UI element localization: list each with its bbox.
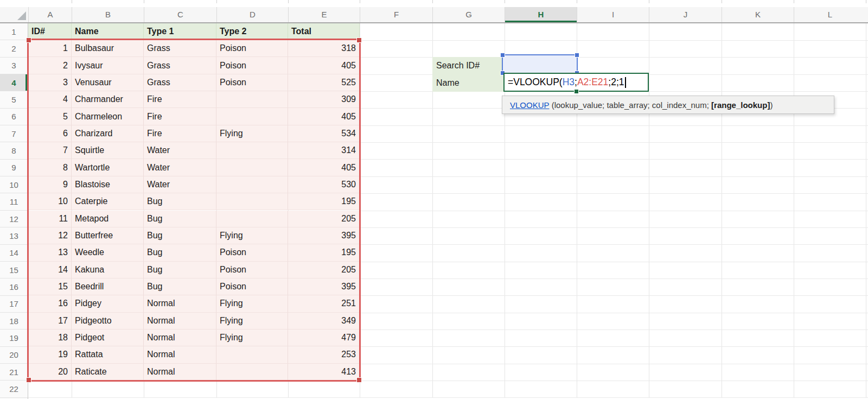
- cell-E6[interactable]: 405: [288, 108, 360, 125]
- cell-B19[interactable]: Pidgeot: [72, 330, 144, 346]
- cell-B14[interactable]: Weedle: [72, 244, 144, 261]
- row-header-4[interactable]: 4: [0, 74, 28, 91]
- cell-B1[interactable]: Name: [72, 23, 144, 40]
- cell-C14[interactable]: Bug: [144, 244, 216, 261]
- row-header-21[interactable]: 21: [0, 364, 28, 381]
- row-header-20[interactable]: 20: [0, 347, 28, 364]
- cell-A18[interactable]: 17: [28, 313, 72, 330]
- cell-A11[interactable]: 10: [28, 193, 72, 210]
- formula-cell-editor[interactable]: =VLOOKUP(H3;A2:E21;2;1: [503, 73, 649, 92]
- cell-B15[interactable]: Kakuna: [72, 262, 144, 278]
- cell-A3[interactable]: 2: [28, 57, 72, 74]
- cell-D2[interactable]: Poison: [216, 40, 288, 57]
- cell-E14[interactable]: 195: [288, 244, 360, 261]
- cell-E16[interactable]: 395: [288, 278, 360, 295]
- cell-D18[interactable]: Flying: [216, 313, 288, 330]
- cell-C10[interactable]: Water: [144, 176, 216, 193]
- row-header-9[interactable]: 9: [0, 160, 28, 176]
- cell-C18[interactable]: Normal: [144, 313, 216, 330]
- cell-A16[interactable]: 15: [28, 278, 72, 295]
- row-header-15[interactable]: 15: [0, 262, 28, 278]
- cell-C21[interactable]: Normal: [144, 364, 216, 381]
- select-all-corner[interactable]: [0, 7, 28, 22]
- cell-E12[interactable]: 205: [288, 211, 360, 227]
- cell-C8[interactable]: Water: [144, 142, 216, 159]
- cell-D6[interactable]: [216, 108, 288, 125]
- cell-D16[interactable]: Poison: [216, 278, 288, 295]
- cell-A21[interactable]: 20: [28, 364, 72, 381]
- column-header-J[interactable]: J: [649, 7, 722, 22]
- column-header-B[interactable]: B: [72, 7, 144, 22]
- cell-E2[interactable]: 318: [288, 40, 360, 57]
- row-header-16[interactable]: 16: [0, 278, 28, 295]
- column-header-A[interactable]: A: [28, 7, 72, 22]
- cell-C7[interactable]: Fire: [144, 125, 216, 142]
- cell-C2[interactable]: Grass: [144, 40, 216, 57]
- cell-D5[interactable]: [216, 91, 288, 108]
- cell-E21[interactable]: 413: [288, 364, 360, 381]
- column-header-D[interactable]: D: [216, 7, 288, 22]
- cell-E17[interactable]: 251: [288, 295, 360, 312]
- cell-D12[interactable]: [216, 211, 288, 227]
- cell-E3[interactable]: 405: [288, 57, 360, 74]
- tooltip-function-link[interactable]: VLOOKUP: [510, 100, 550, 110]
- cell-C20[interactable]: Normal: [144, 346, 216, 363]
- cell-E18[interactable]: 349: [288, 313, 360, 330]
- cell-B20[interactable]: Rattata: [72, 346, 144, 363]
- cell-D14[interactable]: Poison: [216, 244, 288, 261]
- cell-E8[interactable]: 314: [288, 142, 360, 159]
- row-header-11[interactable]: 11: [0, 194, 28, 211]
- cell-E4[interactable]: 525: [288, 74, 360, 91]
- cell-D20[interactable]: [216, 346, 288, 363]
- row-header-2[interactable]: 2: [0, 40, 28, 57]
- cell-A4[interactable]: 3: [28, 74, 72, 91]
- cell-E13[interactable]: 395: [288, 227, 360, 244]
- cell-C19[interactable]: Normal: [144, 330, 216, 346]
- label-search-id[interactable]: Search ID#: [432, 57, 505, 74]
- row-header-7[interactable]: 7: [0, 125, 28, 142]
- cell-A19[interactable]: 18: [28, 330, 72, 346]
- cell-B17[interactable]: Pidgey: [72, 295, 144, 312]
- column-header-E[interactable]: E: [288, 7, 360, 22]
- column-header-F[interactable]: F: [360, 7, 432, 22]
- cell-E1[interactable]: Total: [288, 23, 360, 40]
- row-header-6[interactable]: 6: [0, 109, 28, 125]
- column-header-I[interactable]: I: [577, 7, 649, 22]
- cell-B3[interactable]: Ivysaur: [72, 57, 144, 74]
- cell-D15[interactable]: Poison: [216, 262, 288, 278]
- cell-A2[interactable]: 1: [28, 40, 72, 57]
- cell-E7[interactable]: 534: [288, 125, 360, 142]
- cell-B18[interactable]: Pidgeotto: [72, 313, 144, 330]
- cell-B7[interactable]: Charizard: [72, 125, 144, 142]
- cell-D1[interactable]: Type 2: [216, 23, 288, 40]
- cell-B8[interactable]: Squirtle: [72, 142, 144, 159]
- cell-A6[interactable]: 5: [28, 108, 72, 125]
- cell-E10[interactable]: 530: [288, 176, 360, 193]
- selected-cell-h3[interactable]: [502, 54, 578, 74]
- cell-A10[interactable]: 9: [28, 176, 72, 193]
- cell-D3[interactable]: Poison: [216, 57, 288, 74]
- cell-C11[interactable]: Bug: [144, 193, 216, 210]
- row-header-13[interactable]: 13: [0, 227, 28, 244]
- label-name[interactable]: Name: [432, 74, 505, 92]
- row-header-19[interactable]: 19: [0, 330, 28, 346]
- cell-D19[interactable]: Flying: [216, 330, 288, 346]
- cell-C12[interactable]: Bug: [144, 211, 216, 227]
- cell-D11[interactable]: [216, 193, 288, 210]
- cell-B11[interactable]: Caterpie: [72, 193, 144, 210]
- cell-C4[interactable]: Grass: [144, 74, 216, 91]
- cell-A17[interactable]: 16: [28, 295, 72, 312]
- cell-B13[interactable]: Butterfree: [72, 227, 144, 244]
- cell-B6[interactable]: Charmeleon: [72, 108, 144, 125]
- row-header-14[interactable]: 14: [0, 245, 28, 262]
- cell-B4[interactable]: Venusaur: [72, 74, 144, 91]
- column-header-L[interactable]: L: [794, 7, 866, 22]
- column-header-C[interactable]: C: [144, 7, 216, 22]
- fill-handle[interactable]: [574, 89, 579, 94]
- cell-A9[interactable]: 8: [28, 159, 72, 176]
- cell-E19[interactable]: 479: [288, 330, 360, 346]
- row-header-18[interactable]: 18: [0, 313, 28, 330]
- row-header-5[interactable]: 5: [0, 91, 28, 108]
- cell-B16[interactable]: Beedrill: [72, 278, 144, 295]
- cell-D9[interactable]: [216, 159, 288, 176]
